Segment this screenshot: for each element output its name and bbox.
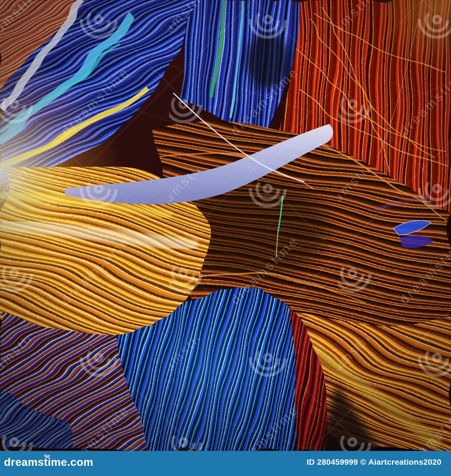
stock-photo-preview: dreamstime dreamstime dreamstime.com ID … [0, 0, 451, 476]
dreamstime-logo: dreamstime.com [4, 456, 93, 468]
dreamstime-logo-spiral-icon [44, 452, 50, 458]
watermark-bar: dreamstime.com ID 280459999 © Aiartcreat… [0, 451, 451, 476]
art-vignette [0, 0, 451, 451]
artwork-canvas [0, 0, 451, 451]
image-id-label: ID 280459999 © Aiartcreations2020 [307, 458, 441, 467]
